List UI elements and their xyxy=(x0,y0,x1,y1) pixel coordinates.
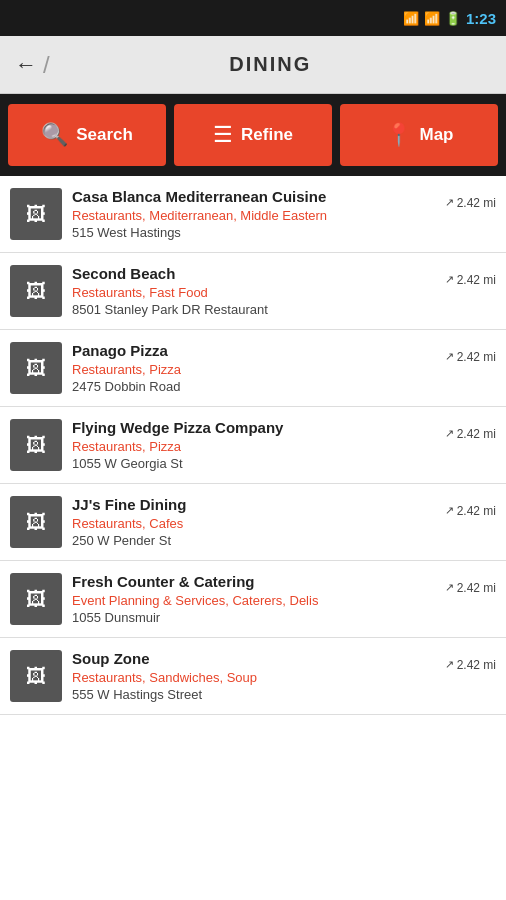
image-icon: 🖼 xyxy=(26,511,46,534)
listing-info: Second Beach Restaurants, Fast Food 8501… xyxy=(72,265,435,317)
listing-address: 250 W Pender St xyxy=(72,533,435,548)
header-divider: / xyxy=(43,51,50,79)
listing-info: Flying Wedge Pizza Company Restaurants, … xyxy=(72,419,435,471)
status-bar: 📶 📶 🔋 1:23 xyxy=(0,0,506,36)
list-item[interactable]: 🖼 JJ's Fine Dining Restaurants, Cafes 25… xyxy=(0,484,506,561)
search-icon: 🔍 xyxy=(41,122,68,148)
distance-value: 2.42 mi xyxy=(457,658,496,672)
image-icon: 🖼 xyxy=(26,665,46,688)
listing-tags: Restaurants, Cafes xyxy=(72,516,435,531)
listing-info: Soup Zone Restaurants, Sandwiches, Soup … xyxy=(72,650,435,702)
listing-address: 1055 Dunsmuir xyxy=(72,610,435,625)
listing-distance: ↗ 2.42 mi xyxy=(445,658,496,672)
listing-distance: ↗ 2.42 mi xyxy=(445,581,496,595)
distance-value: 2.42 mi xyxy=(457,196,496,210)
list-item[interactable]: 🖼 Flying Wedge Pizza Company Restaurants… xyxy=(0,407,506,484)
search-button[interactable]: 🔍 Search xyxy=(8,104,166,166)
distance-value: 2.42 mi xyxy=(457,427,496,441)
action-bar: 🔍 Search ☰ Refine 📍 Map xyxy=(0,94,506,176)
listing-distance: ↗ 2.42 mi xyxy=(445,504,496,518)
listing-info: JJ's Fine Dining Restaurants, Cafes 250 … xyxy=(72,496,435,548)
header: ← / DINING xyxy=(0,36,506,94)
listing-thumbnail: 🖼 xyxy=(10,419,62,471)
image-icon: 🖼 xyxy=(26,280,46,303)
distance-value: 2.42 mi xyxy=(457,581,496,595)
listing-distance: ↗ 2.42 mi xyxy=(445,350,496,364)
distance-value: 2.42 mi xyxy=(457,273,496,287)
listing-distance: ↗ 2.42 mi xyxy=(445,273,496,287)
map-button[interactable]: 📍 Map xyxy=(340,104,498,166)
listing-name: Casa Blanca Mediterranean Cuisine xyxy=(72,188,435,205)
listing-address: 515 West Hastings xyxy=(72,225,435,240)
listing-tags: Event Planning & Services, Caterers, Del… xyxy=(72,593,435,608)
listing-name: Soup Zone xyxy=(72,650,435,667)
image-icon: 🖼 xyxy=(26,434,46,457)
listing-name: JJ's Fine Dining xyxy=(72,496,435,513)
image-icon: 🖼 xyxy=(26,357,46,380)
distance-arrow-icon: ↗ xyxy=(445,504,454,517)
distance-arrow-icon: ↗ xyxy=(445,273,454,286)
status-icons: 📶 📶 🔋 1:23 xyxy=(403,10,496,27)
listing-info: Fresh Counter & Catering Event Planning … xyxy=(72,573,435,625)
listing-name: Second Beach xyxy=(72,265,435,282)
refine-label: Refine xyxy=(241,125,293,145)
listing-list: 🖼 Casa Blanca Mediterranean Cuisine Rest… xyxy=(0,176,506,900)
listing-name: Flying Wedge Pizza Company xyxy=(72,419,435,436)
listing-info: Panago Pizza Restaurants, Pizza 2475 Dob… xyxy=(72,342,435,394)
image-icon: 🖼 xyxy=(26,203,46,226)
page-title: DINING xyxy=(50,53,491,76)
map-label: Map xyxy=(420,125,454,145)
listing-address: 1055 W Georgia St xyxy=(72,456,435,471)
listing-address: 8501 Stanley Park DR Restaurant xyxy=(72,302,435,317)
image-icon: 🖼 xyxy=(26,588,46,611)
distance-arrow-icon: ↗ xyxy=(445,581,454,594)
listing-thumbnail: 🖼 xyxy=(10,188,62,240)
list-item[interactable]: 🖼 Casa Blanca Mediterranean Cuisine Rest… xyxy=(0,176,506,253)
listing-thumbnail: 🖼 xyxy=(10,496,62,548)
search-label: Search xyxy=(76,125,133,145)
listing-thumbnail: 🖼 xyxy=(10,265,62,317)
list-item[interactable]: 🖼 Fresh Counter & Catering Event Plannin… xyxy=(0,561,506,638)
distance-value: 2.42 mi xyxy=(457,350,496,364)
listing-address: 2475 Dobbin Road xyxy=(72,379,435,394)
listing-info: Casa Blanca Mediterranean Cuisine Restau… xyxy=(72,188,435,240)
refine-button[interactable]: ☰ Refine xyxy=(174,104,332,166)
distance-arrow-icon: ↗ xyxy=(445,350,454,363)
listing-tags: Restaurants, Fast Food xyxy=(72,285,435,300)
listing-distance: ↗ 2.42 mi xyxy=(445,196,496,210)
listing-tags: Restaurants, Pizza xyxy=(72,439,435,454)
list-item[interactable]: 🖼 Soup Zone Restaurants, Sandwiches, Sou… xyxy=(0,638,506,715)
listing-tags: Restaurants, Pizza xyxy=(72,362,435,377)
distance-arrow-icon: ↗ xyxy=(445,427,454,440)
back-arrow-icon: ← xyxy=(15,52,37,78)
listing-tags: Restaurants, Mediterranean, Middle Easte… xyxy=(72,208,435,223)
distance-value: 2.42 mi xyxy=(457,504,496,518)
wifi-icon: 📶 xyxy=(403,11,419,26)
list-item[interactable]: 🖼 Second Beach Restaurants, Fast Food 85… xyxy=(0,253,506,330)
listing-thumbnail: 🖼 xyxy=(10,342,62,394)
map-icon: 📍 xyxy=(385,122,412,148)
listing-address: 555 W Hastings Street xyxy=(72,687,435,702)
status-time: 1:23 xyxy=(466,10,496,27)
signal-icon: 📶 xyxy=(424,11,440,26)
battery-icon: 🔋 xyxy=(445,11,461,26)
listing-name: Panago Pizza xyxy=(72,342,435,359)
listing-tags: Restaurants, Sandwiches, Soup xyxy=(72,670,435,685)
back-button[interactable]: ← xyxy=(15,52,37,78)
list-item[interactable]: 🖼 Panago Pizza Restaurants, Pizza 2475 D… xyxy=(0,330,506,407)
distance-arrow-icon: ↗ xyxy=(445,658,454,671)
listing-thumbnail: 🖼 xyxy=(10,573,62,625)
listing-name: Fresh Counter & Catering xyxy=(72,573,435,590)
refine-icon: ☰ xyxy=(213,122,233,148)
distance-arrow-icon: ↗ xyxy=(445,196,454,209)
listing-distance: ↗ 2.42 mi xyxy=(445,427,496,441)
listing-thumbnail: 🖼 xyxy=(10,650,62,702)
